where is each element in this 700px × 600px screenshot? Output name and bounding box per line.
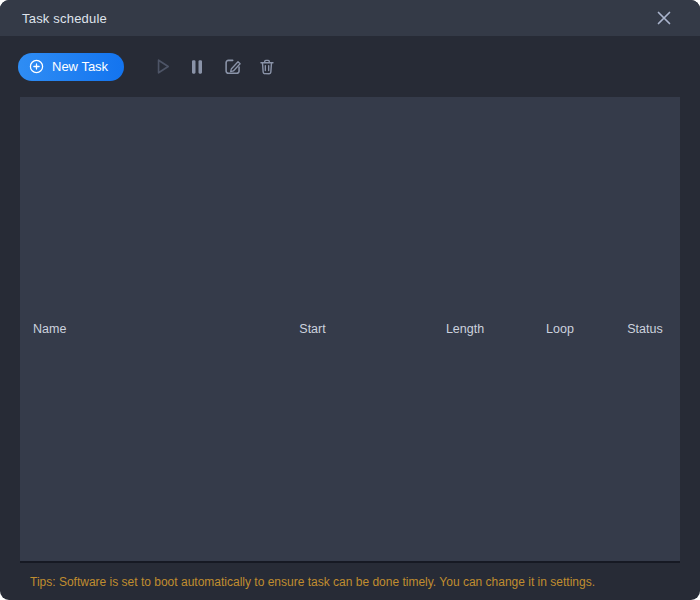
new-task-button[interactable]: New Task	[18, 53, 124, 81]
new-task-label: New Task	[52, 59, 108, 74]
window-title: Task schedule	[22, 11, 107, 26]
column-header-length: Length	[420, 322, 510, 336]
column-header-loop: Loop	[510, 322, 610, 336]
trash-icon	[257, 57, 277, 77]
table-header-row: Name Start Length Loop Status	[20, 97, 680, 563]
task-table: Name Start Length Loop Status Leawo 12-2…	[20, 97, 680, 563]
column-header-name: Name	[20, 322, 205, 336]
column-header-status: Status	[610, 322, 680, 336]
footer: Tips: Software is set to boot automatica…	[0, 563, 700, 600]
toolbar: New Task	[0, 36, 700, 97]
close-icon	[655, 9, 673, 27]
edit-icon	[222, 56, 243, 77]
task-action-icons	[150, 55, 279, 79]
start-task-button[interactable]	[150, 55, 174, 79]
tips-text: Tips: Software is set to boot automatica…	[30, 575, 595, 589]
pause-task-button[interactable]	[185, 55, 209, 79]
close-button[interactable]	[650, 4, 678, 32]
delete-task-button[interactable]	[255, 55, 279, 79]
column-header-start: Start	[205, 322, 420, 336]
task-schedule-window: Task schedule New Task	[0, 0, 700, 600]
titlebar: Task schedule	[0, 0, 700, 36]
pause-icon	[187, 57, 207, 77]
play-icon	[152, 56, 173, 77]
plus-circle-icon	[28, 58, 45, 75]
edit-task-button[interactable]	[220, 55, 244, 79]
